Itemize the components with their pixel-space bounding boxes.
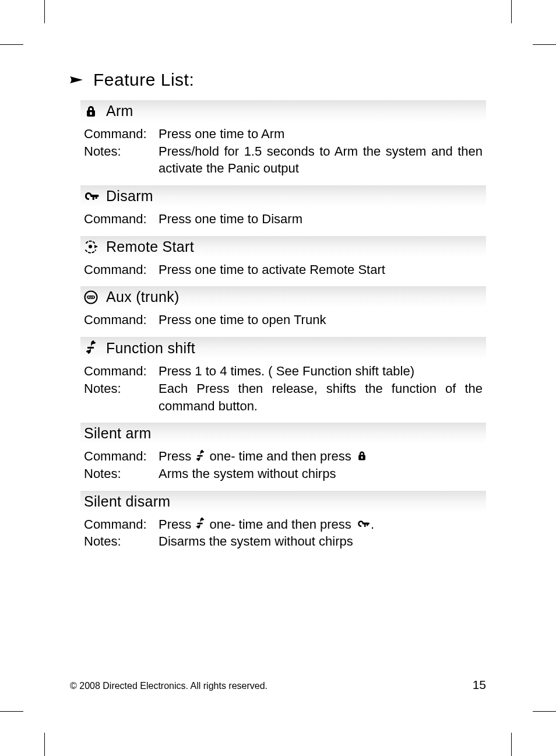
kv-label: Notes: [84, 533, 159, 550]
section-header: Arm: [80, 100, 486, 122]
feature-list: ArmCommandPress one time to ArmNotesPres…: [80, 100, 486, 558]
crop-mark: [533, 44, 556, 45]
kv-value: Press/hold for 1.5 seconds to Arm the sy…: [159, 143, 483, 177]
section-body: CommandPress one time to Disarm: [80, 207, 486, 236]
kv-row: CommandPress one time to open Trunk: [84, 311, 483, 329]
unlock-icon: [356, 518, 370, 530]
function-icon: [196, 516, 205, 531]
remote-start-icon: [83, 240, 99, 254]
kv-row: NotesPress/hold for 1.5 seconds to Arm t…: [84, 143, 483, 177]
section-header: Disarm: [80, 185, 486, 207]
crop-mark: [44, 733, 45, 756]
page-number: 15: [473, 678, 486, 692]
section-header: Silent disarm: [80, 491, 486, 512]
kv-row: CommandPress one- time and then press: [84, 448, 483, 465]
svg-text:AUX: AUX: [87, 296, 94, 299]
function-icon: [196, 449, 205, 463]
lock-icon: [356, 450, 368, 462]
section-header: Remote Start: [80, 236, 486, 258]
section-title: Disarm: [106, 188, 153, 205]
unlock-icon: [83, 189, 99, 203]
kv-label: Command: [84, 448, 159, 465]
copyright-text: © 2008 Directed Electronics. All rights …: [70, 681, 268, 691]
kv-label: Notes: [84, 465, 159, 483]
kv-value: Press one time to Disarm: [159, 210, 483, 228]
section-body: CommandPress 1 to 4 times. ( See Functio…: [80, 359, 486, 423]
section-header: Silent arm: [80, 423, 486, 444]
kv-value: Press one- time and then press: [159, 448, 483, 465]
page: Feature List: ArmCommandPress one time t…: [0, 0, 556, 756]
section-title: Silent arm: [84, 425, 152, 442]
arrow-right-icon: [70, 74, 87, 86]
kv-value: Press one- time and then press .: [159, 516, 483, 533]
aux-icon: AUX: [83, 290, 99, 304]
svg-rect-10: [198, 523, 203, 525]
kv-row: CommandPress one- time and then press .: [84, 516, 483, 533]
svg-rect-9: [361, 456, 363, 459]
section-body: CommandPress one- time and then press No…: [80, 444, 486, 490]
section-body: CommandPress one time to open Trunk: [80, 308, 486, 337]
crop-mark: [0, 44, 23, 45]
kv-label: Command: [84, 210, 159, 228]
section-body: CommandPress one- time and then press .N…: [80, 512, 486, 558]
section-header: Function shift: [80, 337, 486, 359]
kv-value: Arms the system without chirps: [159, 465, 483, 483]
page-heading: Feature List:: [70, 70, 486, 90]
crop-mark: [533, 711, 556, 712]
page-title: Feature List:: [93, 70, 194, 90]
crop-mark: [511, 0, 512, 23]
kv-value: Each Press then release, shifts the func…: [159, 380, 483, 414]
lock-icon: [83, 104, 99, 118]
section-body: CommandPress one time to ArmNotesPress/h…: [80, 122, 486, 185]
kv-label: Command: [84, 125, 159, 143]
kv-row: NotesArms the system without chirps: [84, 465, 483, 483]
kv-label: Notes: [84, 143, 159, 160]
section-title: Silent disarm: [84, 493, 170, 510]
svg-rect-7: [198, 455, 203, 457]
section-header: AUXAux (trunk): [80, 286, 486, 308]
kv-row: CommandPress 1 to 4 times. ( See Functio…: [84, 363, 483, 380]
kv-value: Press 1 to 4 times. ( See Function shift…: [159, 363, 483, 380]
kv-value: Disarms the system without chirps: [159, 533, 483, 550]
kv-value: Press one time to activate Remote Start: [159, 261, 483, 279]
kv-row: CommandPress one time to Arm: [84, 125, 483, 143]
kv-label: Command: [84, 363, 159, 380]
svg-rect-1: [90, 112, 92, 115]
crop-mark: [44, 0, 45, 23]
section-body: CommandPress one time to activate Remote…: [80, 258, 486, 287]
crop-mark: [511, 733, 512, 756]
kv-label: Notes: [84, 380, 159, 398]
kv-label: Command: [84, 516, 159, 533]
kv-row: NotesDisarms the system without chirps: [84, 533, 483, 550]
kv-row: CommandPress one time to activate Remote…: [84, 261, 483, 279]
kv-value: Press one time to open Trunk: [159, 311, 483, 329]
crop-mark: [0, 711, 23, 712]
kv-label: Command: [84, 261, 159, 279]
page-footer: © 2008 Directed Electronics. All rights …: [70, 678, 486, 692]
kv-value: Press one time to Arm: [159, 125, 483, 143]
kv-row: NotesEach Press then release, shifts the…: [84, 380, 483, 414]
kv-label: Command: [84, 311, 159, 329]
function-icon: [83, 339, 99, 357]
section-title: Function shift: [106, 340, 195, 357]
svg-rect-6: [87, 347, 94, 349]
kv-row: CommandPress one time to Disarm: [84, 210, 483, 228]
section-title: Remote Start: [106, 238, 194, 255]
section-title: Aux (trunk): [106, 289, 180, 305]
section-title: Arm: [106, 103, 133, 119]
svg-point-2: [89, 245, 92, 248]
